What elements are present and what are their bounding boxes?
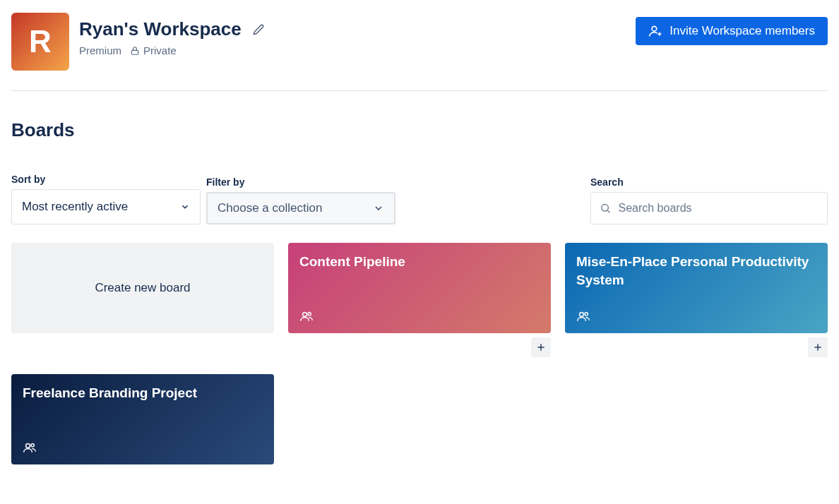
workspace-avatar: R: [11, 13, 69, 71]
svg-point-13: [31, 444, 34, 447]
svg-line-3: [607, 210, 609, 212]
chevron-down-icon: [373, 203, 384, 214]
add-button[interactable]: [531, 337, 551, 357]
board-title: Mise-En-Place Personal Productivity Syst…: [576, 253, 816, 289]
search-input[interactable]: [618, 202, 819, 215]
boards-section-title: Boards: [11, 119, 828, 141]
sort-select[interactable]: Most recently active: [11, 189, 201, 224]
plus-icon: [812, 342, 823, 353]
privacy-label: Private: [143, 44, 177, 56]
sort-label: Sort by: [11, 174, 201, 185]
privacy-badge: Private: [130, 44, 177, 56]
sort-value: Most recently active: [22, 200, 128, 214]
svg-point-4: [303, 313, 307, 317]
search-label: Search: [590, 176, 828, 188]
board-title: Freelance Branding Project: [23, 384, 263, 402]
team-icon: [576, 309, 590, 323]
svg-point-9: [585, 313, 588, 316]
svg-point-2: [602, 205, 609, 212]
board-tile-mise-en-place[interactable]: Mise-En-Place Personal Productivity Syst…: [565, 243, 828, 333]
invite-label: Invite Workspace members: [670, 24, 815, 38]
create-board-label: Create new board: [95, 281, 190, 295]
divider: [11, 90, 828, 91]
board-title: Content Pipeline: [299, 253, 540, 271]
svg-point-1: [652, 26, 657, 31]
team-icon: [23, 440, 37, 455]
create-board-tile[interactable]: Create new board: [11, 243, 274, 333]
plus-icon: [535, 342, 547, 353]
svg-point-8: [580, 313, 584, 317]
search-icon: [600, 202, 611, 215]
invite-user-icon: [648, 24, 662, 38]
team-icon: [299, 309, 314, 323]
add-button[interactable]: [808, 337, 828, 357]
svg-rect-0: [131, 50, 138, 54]
invite-members-button[interactable]: Invite Workspace members: [636, 17, 828, 45]
svg-point-5: [308, 313, 311, 316]
workspace-name: Ryan's Workspace: [79, 18, 242, 40]
pencil-icon: [253, 24, 264, 35]
filter-value: Choose a collection: [218, 201, 322, 215]
filter-label: Filter by: [206, 176, 395, 188]
svg-point-12: [26, 444, 30, 448]
edit-workspace-button[interactable]: [249, 20, 268, 40]
premium-badge: Premium: [79, 44, 121, 56]
lock-icon: [130, 46, 140, 56]
filter-select[interactable]: Choose a collection: [206, 192, 395, 224]
chevron-down-icon: [180, 202, 190, 212]
board-tile-content-pipeline[interactable]: Content Pipeline: [288, 243, 551, 333]
board-tile-freelance-branding[interactable]: Freelance Branding Project: [11, 374, 274, 464]
